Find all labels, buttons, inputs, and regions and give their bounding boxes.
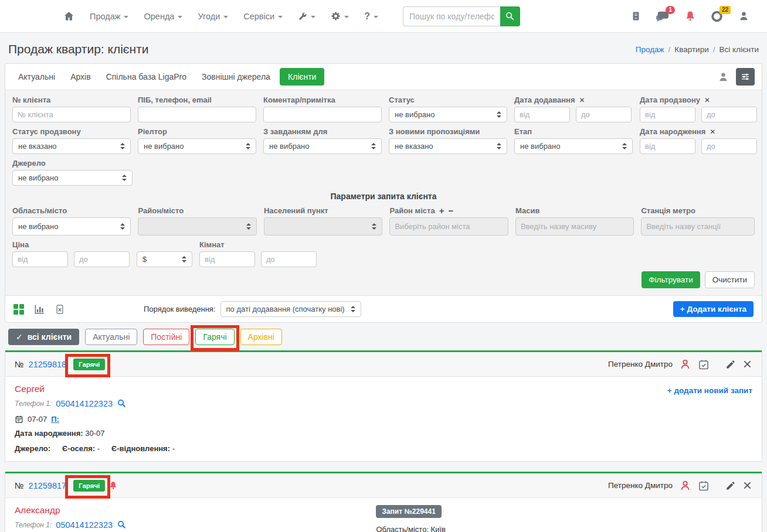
currency-select[interactable]: $ (137, 251, 192, 267)
tab-actual[interactable]: Актуальні (12, 69, 61, 85)
rooms-from-input[interactable] (199, 251, 255, 267)
new-offers-select[interactable]: не вказано (389, 138, 507, 154)
hot-status-badge: Гарячі (73, 480, 105, 492)
home-icon[interactable] (63, 11, 74, 22)
price-label: Ціна (12, 240, 130, 250)
grid-view-icon[interactable] (13, 304, 24, 315)
menu-services[interactable]: Сервіси (243, 12, 283, 21)
tab-shared-base[interactable]: Спільна база LigaPro (100, 69, 192, 85)
edit-pencil-icon[interactable] (725, 480, 736, 491)
menu-help[interactable]: ? (364, 11, 378, 22)
client-profile-icon[interactable] (679, 358, 691, 370)
birth-from-input[interactable] (640, 138, 695, 154)
menu-tools[interactable] (298, 12, 315, 21)
edit-pencil-icon[interactable] (725, 359, 736, 370)
phone-search-icon[interactable] (117, 520, 127, 530)
pill-all-clients-label: всі клієнти (28, 332, 72, 342)
menu-deals[interactable]: Угоди (198, 12, 228, 21)
comment-input[interactable] (263, 107, 382, 122)
check-icon: ✓ (16, 332, 23, 342)
pill-archived[interactable]: Архівні (240, 329, 282, 345)
pill-hot[interactable]: Гарячі (195, 329, 234, 345)
source-select-value: не вибрано (18, 173, 59, 182)
remove-city-district-icon[interactable]: − (448, 207, 453, 214)
add-client-button[interactable]: + Додати клієнта (673, 301, 754, 317)
birth-to-input[interactable] (701, 138, 757, 154)
source-select[interactable]: не вибрано (12, 170, 133, 186)
pill-all-clients[interactable]: ✓ всі клієнти (8, 329, 79, 345)
region-select[interactable]: не вибрано (12, 217, 131, 236)
realtor-label: Ріелтор (138, 127, 256, 137)
filter-button[interactable]: Фільтрувати (642, 271, 700, 288)
select-caret-icon (120, 223, 125, 230)
calendar-check-icon[interactable] (698, 359, 710, 370)
status-select[interactable]: не вибрано (389, 107, 507, 122)
call-status-select[interactable]: не вказано (12, 138, 131, 154)
add-city-district-icon[interactable]: + (439, 207, 444, 214)
filter-settings-button[interactable] (736, 68, 755, 86)
client-number-link[interactable]: 21259817 (29, 481, 67, 490)
price-to-input[interactable] (74, 251, 130, 267)
eoselia-value: - (97, 444, 100, 453)
client-profile-icon[interactable] (679, 479, 691, 492)
select-caret-icon (497, 143, 501, 149)
history-icon[interactable]: 22 (711, 10, 724, 23)
client-user-icon[interactable] (718, 71, 729, 83)
clear-date-added-icon[interactable]: ✕ (579, 96, 585, 104)
menu-rent[interactable]: Оренда (144, 12, 182, 21)
add-new-request-link[interactable]: + додати новий запит (667, 386, 752, 395)
realtor-select[interactable]: не вибрано (138, 138, 256, 154)
tab-archive[interactable]: Архів (65, 69, 97, 85)
search-button[interactable] (500, 6, 520, 26)
date-added-to-input[interactable] (576, 107, 632, 122)
bell-icon[interactable] (684, 10, 696, 22)
excel-export-icon[interactable] (55, 303, 65, 315)
breadcrumb-sale-link[interactable]: Продаж (636, 45, 664, 54)
rooms-to-input[interactable] (261, 251, 317, 267)
search-input[interactable] (403, 6, 500, 26)
global-search (403, 6, 520, 26)
clear-date-call-icon[interactable]: ✕ (704, 96, 710, 104)
calendar-check-icon[interactable] (698, 480, 710, 492)
client-no-input[interactable] (12, 107, 131, 122)
tab-external-sources[interactable]: Зовнішні джерела (196, 69, 276, 85)
journal-icon[interactable] (631, 11, 641, 22)
client-phone-link[interactable]: 050414122323 (56, 399, 113, 408)
client-number-link[interactable]: 21259818 (29, 360, 67, 369)
tab-clients[interactable]: Клієнти (280, 68, 325, 86)
phone-search-icon[interactable] (117, 398, 127, 408)
stage-select[interactable]: не вибрано (514, 138, 633, 154)
pill-actual[interactable]: Актуальні (85, 329, 137, 345)
menu-settings[interactable] (331, 11, 349, 21)
pib-input[interactable] (138, 107, 256, 122)
city-district-input (389, 217, 508, 236)
page-header: Продаж квартир: клієнти Продаж / Квартир… (0, 33, 767, 63)
sort-order-select[interactable]: по даті додавання (спочатку нові) (220, 301, 361, 317)
main-panel: Актуальні Архів Спільна база LigaPro Зов… (5, 63, 762, 323)
menu-sale[interactable]: Продаж (90, 12, 128, 21)
chart-view-icon[interactable] (33, 303, 45, 315)
price-from-input[interactable] (12, 251, 68, 267)
date-added-from-input[interactable] (514, 107, 570, 122)
close-icon[interactable] (742, 359, 752, 369)
user-icon[interactable] (738, 11, 749, 22)
clear-birth-date-icon[interactable]: ✕ (710, 128, 715, 136)
client-card: № 21259817 Гарячі Петренко Дмитро (5, 472, 762, 532)
task-for-select[interactable]: не вибрано (263, 138, 382, 154)
district-select (138, 217, 256, 236)
messages-icon[interactable]: 1 (656, 10, 670, 23)
status-pills-row: ✓ всі клієнти Актуальні Постійні Гарячі … (8, 329, 759, 345)
menu-sale-label: Продаж (90, 12, 120, 21)
pill-permanent[interactable]: Постійні (143, 329, 189, 345)
clear-button[interactable]: Очистити (705, 271, 755, 288)
date-call-from-input[interactable] (640, 107, 695, 122)
close-icon[interactable] (742, 480, 752, 490)
erecovery-label: Є-відновлення: (111, 444, 170, 453)
date-call-to-input[interactable] (701, 107, 757, 122)
p-link[interactable]: П: (51, 415, 59, 424)
chevron-down-icon (124, 16, 128, 18)
client-card-body: Александр Телефон 1: 050414122323 07-07 … (5, 498, 762, 532)
client-number-sign: № (15, 360, 24, 369)
client-phone-link[interactable]: 050414122323 (56, 520, 113, 530)
erecovery-value: - (172, 444, 175, 453)
